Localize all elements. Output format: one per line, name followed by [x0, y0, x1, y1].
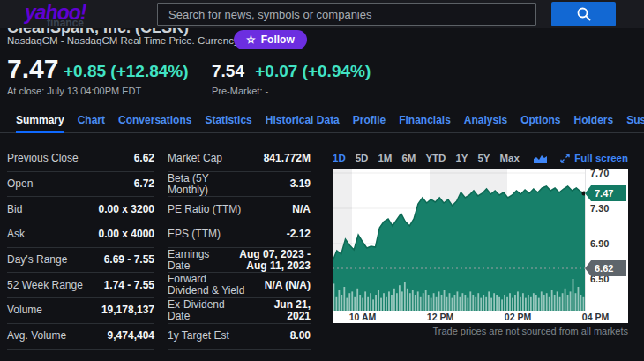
stat-row: Earnings DateAug 07, 2023 - Aug 11, 2023 [168, 248, 311, 274]
price-plot-area[interactable] [333, 169, 585, 311]
regular-market-price: 7.47 [7, 54, 58, 84]
range-ytd[interactable]: YTD [425, 153, 446, 163]
stat-value: 3.19 [290, 178, 311, 190]
stat-row: PE Ratio (TTM)N/A [168, 197, 311, 222]
stat-row: Beta (5Y Monthly)3.19 [168, 172, 311, 198]
stat-value: N/A [292, 204, 311, 215]
stat-label: PE Ratio (TTM) [168, 204, 241, 215]
tab-analysis[interactable]: Analysis [464, 110, 507, 133]
range-5d[interactable]: 5D [356, 153, 369, 163]
full-screen-button[interactable]: Full screen [560, 153, 628, 163]
pre-market-label: Pre-Market: - [212, 86, 268, 96]
stat-row: Volume19,178,137 [7, 298, 154, 324]
time-tick: 02 PM [498, 311, 537, 323]
stat-row: Bid0.00 x 3200 [7, 197, 154, 222]
regular-market-change: +0.85 (+12.84%) [64, 62, 189, 81]
stat-label: Forward Dividend & Yield [168, 274, 251, 297]
price-tick: 7.70 [590, 168, 625, 178]
stat-value: 0.00 x 3200 [99, 204, 154, 215]
follow-label: Follow [261, 34, 295, 46]
time-tick: 04 PM [576, 311, 615, 323]
search-input[interactable] [157, 3, 536, 26]
tab-sustainability[interactable]: Sustainability [626, 110, 644, 133]
range-1m[interactable]: 1M [378, 153, 392, 163]
tab-holders[interactable]: Holders [574, 110, 614, 133]
stat-row: 1y Target Est8.00 [168, 324, 311, 350]
stat-value: 9,474,404 [108, 330, 154, 342]
search-icon [576, 6, 592, 22]
tab-conversations[interactable]: Conversations [118, 110, 191, 133]
pre-market-price: 7.54 [212, 62, 244, 80]
yahoo-finance-quote-page: CleanSpark, Inc. (CLSK) yahoo! finance N… [0, 0, 644, 361]
stat-row: Forward Dividend & YieldN/A (N/A) [168, 273, 311, 298]
intraday-chart: 7.707.306.906.50 10 AM12 PM02 PM04 PM 7.… [333, 169, 628, 323]
range-6m[interactable]: 6M [401, 153, 416, 163]
price-tick: 6.90 [590, 238, 625, 249]
tab-historical-data[interactable]: Historical Data [266, 110, 340, 133]
stat-value: 8.00 [290, 330, 311, 342]
at-close-timestamp: At close: July 13 04:00PM EDT [7, 86, 141, 96]
pre-market-change: +0.07 (+0.94%) [255, 62, 371, 80]
stat-value: 0.00 x 4000 [99, 229, 154, 240]
expand-arrows-icon [560, 154, 570, 163]
tab-financials[interactable]: Financials [399, 110, 451, 133]
stat-row: Avg. Volume9,474,404 [7, 324, 154, 350]
range-5y[interactable]: 5Y [477, 153, 490, 163]
stat-label: Previous Close [7, 153, 79, 164]
chart-disclaimer: Trade prices are not sourced from all ma… [333, 326, 628, 336]
tab-statistics[interactable]: Statistics [205, 110, 251, 133]
star-icon: ☆ [246, 34, 256, 46]
stat-row: Ex-Dividend DateJun 21, 2021 [168, 298, 311, 324]
full-screen-label: Full screen [574, 153, 628, 163]
finance-logo-label: finance [47, 17, 84, 29]
quote-summary-table-left: Previous Close6.62Open6.72Bid0.00 x 3200… [7, 147, 154, 350]
chart-controls: 1D5D1M6MYTD1Y5YMax Full screen [333, 151, 628, 165]
previous-close-badge: 6.62 [585, 260, 626, 276]
stat-label: Avg. Volume [7, 330, 66, 342]
stat-row: 52 Week Range1.74 - 7.55 [7, 273, 154, 298]
stat-value: N/A (N/A) [265, 280, 311, 291]
tab-options[interactable]: Options [520, 110, 560, 133]
time-tick: 10 AM [343, 311, 382, 323]
stat-label: Day's Range [7, 254, 67, 266]
stat-label: Volume [7, 305, 42, 316]
stat-value: Aug 07, 2023 - Aug 11, 2023 [222, 249, 311, 272]
quote-summary-table-right: Market Cap841.772MBeta (5Y Monthly)3.19P… [168, 147, 311, 350]
stat-row: Previous Close6.62 [7, 147, 154, 172]
price-tick: 7.30 [590, 203, 625, 214]
stat-label: Market Cap [168, 153, 222, 164]
stat-label: Ask [7, 229, 25, 240]
axis-separator [585, 169, 586, 311]
stat-row: Open6.72 [7, 172, 154, 198]
tab-chart[interactable]: Chart [78, 110, 105, 133]
range-1d[interactable]: 1D [333, 153, 346, 163]
stat-row: Day's Range6.69 - 7.55 [7, 248, 154, 274]
tab-profile[interactable]: Profile [353, 110, 386, 133]
stat-row: Ask0.00 x 4000 [7, 222, 154, 248]
range-buttons: 1D5D1M6MYTD1Y5YMax [333, 153, 520, 163]
stat-value: 6.69 - 7.55 [104, 254, 154, 266]
current-price-badge: 7.47 [585, 185, 626, 201]
follow-button[interactable]: ☆ Follow [234, 30, 307, 49]
stat-label: Beta (5Y Monthly) [168, 173, 251, 196]
range-1y[interactable]: 1Y [455, 153, 468, 163]
tab-summary[interactable]: Summary [16, 110, 64, 133]
area-chart-icon[interactable] [534, 154, 547, 163]
search-button[interactable] [551, 2, 616, 26]
range-max[interactable]: Max [500, 153, 520, 163]
top-header: yahoo! finance [0, 0, 644, 28]
pre-market-quote: 7.54 +0.07 (+0.94%) [212, 62, 371, 81]
stat-label: EPS (TTM) [168, 229, 221, 240]
stat-row: Market Cap841.772M [168, 147, 311, 172]
stat-label: Ex-Dividend Date [168, 299, 249, 322]
time-tick: 12 PM [421, 311, 460, 323]
stat-value: 6.62 [134, 153, 154, 164]
stat-label: Open [7, 178, 33, 190]
stat-label: 1y Target Est [168, 330, 229, 342]
stat-value: 1.74 - 7.55 [104, 280, 154, 291]
stat-row: EPS (TTM)-2.12 [168, 222, 311, 248]
stat-value: 841.772M [264, 153, 311, 164]
stat-label: Bid [7, 204, 22, 215]
stat-value: Jun 21, 2021 [249, 299, 311, 322]
stat-value: 6.72 [134, 178, 154, 190]
